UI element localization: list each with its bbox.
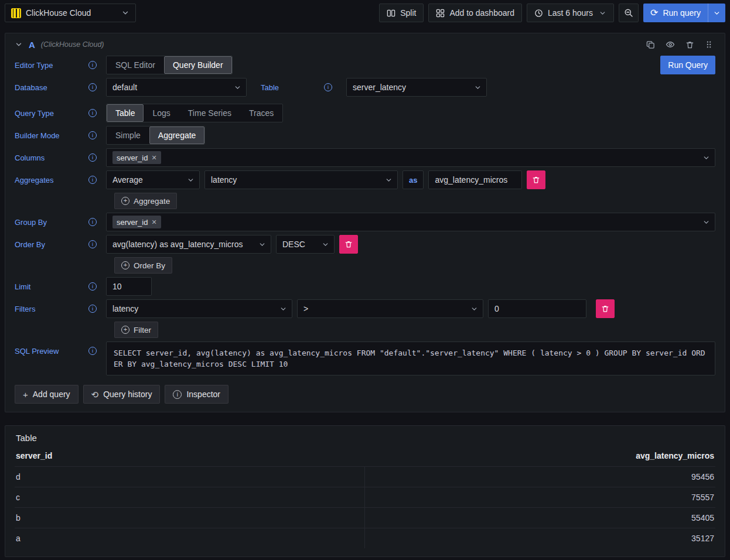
remove-aggregate-button[interactable]	[527, 170, 545, 189]
eye-icon	[666, 40, 675, 49]
history-icon: ⟲	[91, 390, 99, 399]
refresh-icon: ⟳	[650, 8, 658, 18]
add-aggregate-button[interactable]: + Aggregate	[114, 193, 177, 209]
filter-column-select[interactable]: latency	[106, 299, 292, 318]
results-table-panel: Table server_id avg_latency_micros d 954…	[5, 425, 725, 557]
add-to-dashboard-button[interactable]: Add to dashboard	[428, 4, 522, 22]
info-icon[interactable]: i	[88, 218, 97, 226]
toggle-visibility-button[interactable]	[663, 37, 677, 52]
cell-value: 75557	[365, 487, 715, 507]
aggregate-function-select[interactable]: Average	[106, 170, 200, 189]
editor-type-option-query-builder[interactable]: Query Builder	[164, 56, 232, 74]
info-icon[interactable]: i	[88, 282, 97, 291]
zoom-out-button[interactable]	[619, 4, 639, 22]
aggregate-column-select[interactable]: latency	[204, 170, 398, 189]
remove-tag-icon[interactable]: ✕	[151, 154, 156, 162]
info-icon[interactable]: i	[324, 83, 332, 91]
drag-dots-icon	[705, 40, 713, 49]
clickhouse-logo-icon	[11, 8, 21, 18]
cell-server-id: b	[15, 508, 365, 528]
split-label: Split	[400, 8, 416, 18]
query-editor-footer: + Add query ⟲ Query history i Inspector	[15, 385, 715, 404]
limit-input[interactable]	[106, 277, 152, 296]
aggregate-alias-input[interactable]	[428, 170, 522, 189]
query-ref-id: A	[29, 40, 35, 50]
cell-value: 95456	[365, 467, 715, 487]
info-icon[interactable]: i	[88, 109, 97, 117]
remove-filter-button[interactable]	[596, 299, 615, 318]
query-type-option-traces[interactable]: Traces	[240, 104, 282, 122]
column-header-server-id[interactable]: server_id	[16, 451, 365, 460]
query-type-option-time-series[interactable]: Time Series	[179, 104, 240, 122]
run-query-panel-button[interactable]: Run Query	[660, 56, 715, 74]
topbar: ClickHouse Cloud Split Add to dashboard …	[0, 0, 730, 26]
filter-value-input[interactable]	[488, 299, 586, 318]
database-select[interactable]: default	[106, 78, 247, 97]
order-by-row: Order By i avg(latency) as avg_latency_m…	[15, 235, 715, 254]
group-by-multiselect[interactable]: server_id ✕	[106, 213, 715, 231]
collapse-chevron-icon[interactable]	[15, 40, 23, 49]
order-by-direction-select[interactable]: DESC	[276, 235, 335, 254]
query-history-button[interactable]: ⟲ Query history	[83, 385, 161, 404]
split-button[interactable]: Split	[379, 4, 424, 22]
builder-mode-option-simple[interactable]: Simple	[107, 127, 149, 144]
run-query-dropdown-button[interactable]	[708, 4, 725, 22]
time-range-picker[interactable]: Last 6 hours	[527, 4, 614, 22]
add-order-by-button[interactable]: + Order By	[114, 257, 172, 274]
query-type-option-logs[interactable]: Logs	[144, 104, 179, 122]
aggregates-row: Aggregates i Average latency as	[15, 170, 715, 189]
add-filter-button[interactable]: + Filter	[114, 322, 158, 338]
info-icon[interactable]: i	[88, 176, 97, 184]
time-range-label: Last 6 hours	[548, 8, 593, 18]
group-by-label: Group By i	[15, 213, 97, 231]
filters-label: Filters i	[15, 299, 97, 318]
duplicate-query-button[interactable]	[644, 38, 657, 52]
query-header: A (ClickHouse Cloud)	[15, 33, 715, 56]
info-icon[interactable]: i	[88, 131, 97, 139]
filter-operator-select[interactable]: >	[297, 299, 483, 318]
order-by-expression-select[interactable]: avg(latency) as avg_latency_micros	[106, 235, 271, 254]
inspector-button[interactable]: i Inspector	[165, 385, 228, 404]
chevron-down-icon	[385, 176, 393, 184]
table-select[interactable]: server_latency	[346, 78, 487, 97]
cell-server-id: c	[15, 487, 365, 507]
query-type-label: Query Type i	[15, 104, 97, 122]
chevron-down-icon	[322, 241, 329, 248]
trash-icon	[685, 40, 694, 49]
info-icon[interactable]: i	[88, 83, 97, 91]
column-header-avg-latency[interactable]: avg_latency_micros	[365, 451, 714, 460]
editor-type-option-sql-editor[interactable]: SQL Editor	[107, 56, 164, 74]
builder-mode-option-aggregate[interactable]: Aggregate	[149, 127, 205, 144]
drag-handle[interactable]	[702, 38, 715, 51]
info-icon[interactable]: i	[88, 305, 97, 313]
datasource-picker[interactable]: ClickHouse Cloud	[5, 4, 136, 22]
copy-icon	[646, 40, 655, 49]
chevron-down-icon	[702, 218, 710, 226]
add-query-button[interactable]: + Add query	[15, 385, 79, 404]
query-editor-panel: A (ClickHouse Cloud) Editor Type i SQL E…	[5, 33, 725, 412]
remove-tag-icon[interactable]: ✕	[151, 218, 156, 226]
apps-grid-icon	[436, 9, 445, 18]
add-filter-row: + Filter	[15, 322, 715, 338]
trash-icon	[344, 240, 353, 248]
table-row: c 75557	[15, 487, 715, 507]
sql-preview-label: SQL Preview i	[15, 342, 97, 360]
info-icon[interactable]: i	[88, 347, 97, 355]
results-table: server_id avg_latency_micros d 95456 c 7…	[15, 451, 715, 548]
add-to-dashboard-label: Add to dashboard	[449, 8, 514, 18]
query-type-option-table[interactable]: Table	[107, 104, 144, 122]
run-query-label: Run query	[663, 8, 701, 18]
remove-order-by-button[interactable]	[339, 235, 358, 254]
info-icon[interactable]: i	[88, 61, 97, 69]
remove-query-button[interactable]	[683, 38, 697, 52]
run-query-button[interactable]: ⟳ Run query	[643, 4, 708, 22]
database-table-row: Database i default Table i server_latenc…	[15, 78, 715, 97]
aggregates-label: Aggregates i	[15, 170, 97, 189]
builder-mode-label: Builder Mode i	[15, 126, 97, 145]
info-icon[interactable]: i	[88, 153, 97, 162]
topbar-actions: Split Add to dashboard Last 6 hours ⟳ Ru…	[379, 4, 725, 22]
info-icon[interactable]: i	[88, 240, 97, 248]
columns-multiselect[interactable]: server_id ✕	[106, 148, 715, 167]
add-aggregate-row: + Aggregate	[15, 193, 715, 209]
table-label: Table i	[261, 78, 332, 97]
